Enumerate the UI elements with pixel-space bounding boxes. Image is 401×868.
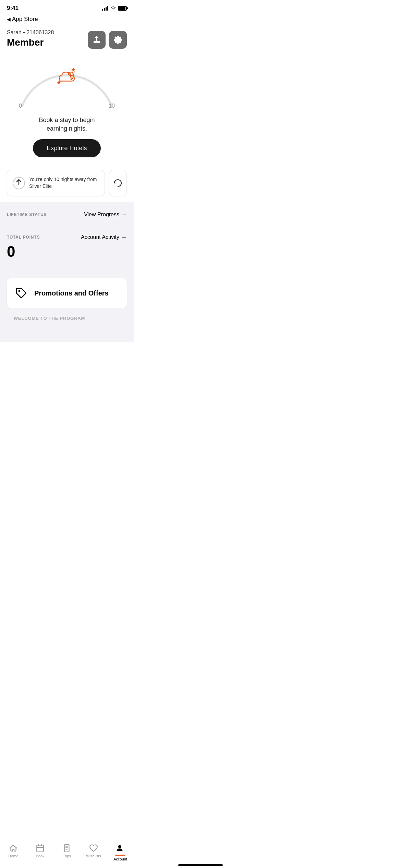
signal-icon: [102, 6, 108, 11]
promotions-title: Promotions and Offers: [34, 289, 109, 298]
status-bar: 9:41: [0, 0, 134, 14]
gauge-message: Book a stay to beginearning nights.: [39, 116, 95, 133]
status-icons: [102, 6, 127, 11]
membership-level: Member: [7, 37, 54, 48]
lifetime-status-section: LIFETIME STATUS View Progress →: [0, 205, 134, 226]
user-name: Sarah: [7, 29, 22, 35]
account-activity-link[interactable]: Account Activity →: [81, 234, 127, 240]
nights-gauge: ★ ★ 0 10: [15, 58, 118, 112]
view-progress-link[interactable]: View Progress →: [84, 212, 127, 218]
header-actions: [88, 31, 127, 49]
refresh-card[interactable]: [109, 170, 127, 196]
svg-point-5: [19, 290, 20, 292]
settings-button[interactable]: [109, 31, 127, 49]
welcome-hint: WELCOME TO THE PROGRAM: [7, 309, 92, 321]
upgrade-card[interactable]: You're only 10 nights away from Silver E…: [7, 170, 105, 196]
moon-icon: ★ ★: [53, 64, 81, 88]
share-button[interactable]: [88, 31, 106, 49]
battery-icon: [118, 6, 127, 11]
nav-back[interactable]: ◀ App Store: [0, 14, 134, 25]
upgrade-cards-strip: You're only 10 nights away from Silver E…: [0, 170, 134, 196]
upgrade-icon: [13, 177, 25, 189]
total-points-section: TOTAL POINTS Account Activity → 0: [0, 227, 134, 267]
total-points-value: 0: [7, 243, 127, 260]
separator: •: [23, 29, 26, 35]
svg-text:★: ★: [71, 67, 76, 73]
user-info: Sarah • 214061328: [7, 29, 54, 36]
user-id: 214061328: [26, 29, 54, 35]
tag-icon: [14, 286, 29, 301]
explore-hotels-button[interactable]: Explore Hotels: [33, 139, 100, 157]
lifetime-status-title: LIFETIME STATUS: [7, 212, 47, 217]
upgrade-message: You're only 10 nights away from Silver E…: [29, 176, 99, 190]
profile-header: Sarah • 214061328 Member: [0, 25, 134, 54]
total-points-title: TOTAL POINTS: [7, 235, 40, 240]
section-divider-1: [0, 202, 134, 205]
status-time: 9:41: [7, 5, 19, 12]
gauge-min-label: 0: [19, 103, 22, 109]
wifi-icon: [110, 6, 116, 10]
back-label: App Store: [12, 16, 38, 23]
promotions-card[interactable]: Promotions and Offers: [7, 278, 127, 308]
gauge-max-label: 10: [109, 103, 115, 109]
back-arrow-icon: ◀: [7, 16, 11, 22]
gauge-section: ★ ★ 0 10 Book a stay to beginearning nig…: [0, 54, 134, 164]
